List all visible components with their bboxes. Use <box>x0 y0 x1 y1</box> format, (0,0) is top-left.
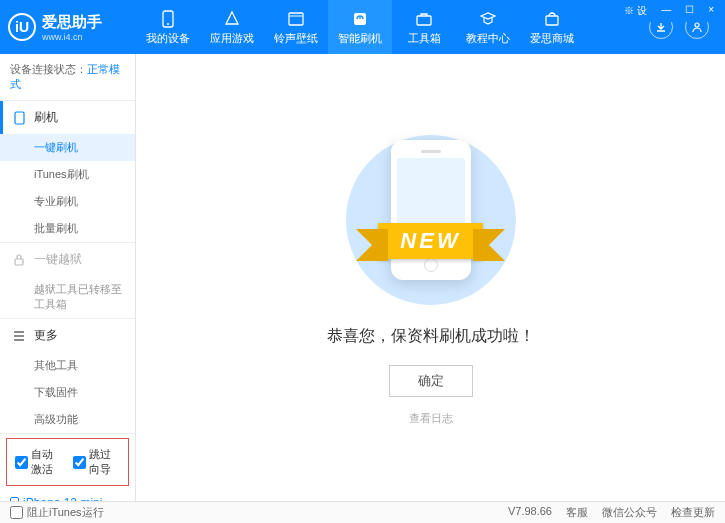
version-label: V7.98.66 <box>508 505 552 520</box>
jailbreak-note: 越狱工具已转移至工具箱 <box>0 276 135 318</box>
close-button[interactable]: × <box>705 4 717 18</box>
brand-name: 爱思助手 <box>42 13 102 30</box>
view-log-link[interactable]: 查看日志 <box>409 411 453 426</box>
menu-icon <box>12 331 26 341</box>
nav-toolbox[interactable]: 工具箱 <box>392 0 456 54</box>
connection-status: 设备连接状态：正常模式 <box>0 54 135 101</box>
section-more-head[interactable]: 更多 <box>0 319 135 352</box>
phone-icon <box>158 9 178 29</box>
sidebar: 设备连接状态：正常模式 刷机 一键刷机 iTunes刷机 专业刷机 批量刷机 一… <box>0 54 136 501</box>
logo-icon: iU <box>8 13 36 41</box>
svg-rect-2 <box>289 13 303 25</box>
section-more: 更多 其他工具 下载固件 高级功能 <box>0 319 135 434</box>
check-auto-activate[interactable]: 自动激活 <box>15 447 63 477</box>
svg-rect-8 <box>15 259 23 265</box>
nav-my-device[interactable]: 我的设备 <box>136 0 200 54</box>
check-skip-guide[interactable]: 跳过向导 <box>73 447 121 477</box>
toolbox-icon <box>414 9 434 29</box>
svg-rect-7 <box>15 112 24 124</box>
success-message: 恭喜您，保资料刷机成功啦！ <box>327 326 535 347</box>
apps-icon <box>222 9 242 29</box>
nav-flash[interactable]: 智能刷机 <box>328 0 392 54</box>
brand-url: www.i4.cn <box>42 32 102 42</box>
svg-rect-5 <box>546 16 558 25</box>
sidebar-item-batch[interactable]: 批量刷机 <box>0 215 135 242</box>
support-link[interactable]: 客服 <box>566 505 588 520</box>
sidebar-item-oneclick[interactable]: 一键刷机 <box>0 134 135 161</box>
lock-icon <box>12 254 26 266</box>
section-flash: 刷机 一键刷机 iTunes刷机 专业刷机 批量刷机 <box>0 101 135 243</box>
sidebar-item-download-fw[interactable]: 下载固件 <box>0 379 135 406</box>
footer: 阻止iTunes运行 V7.98.66 客服 微信公众号 检查更新 <box>0 501 725 523</box>
nav-tutorials[interactable]: 教程中心 <box>456 0 520 54</box>
main-nav: 我的设备 应用游戏 铃声壁纸 智能刷机 工具箱 教程中心 爱思商城 <box>136 0 649 54</box>
section-jailbreak-head: 一键越狱 <box>0 243 135 276</box>
wallpaper-icon <box>286 9 306 29</box>
sidebar-item-pro[interactable]: 专业刷机 <box>0 188 135 215</box>
nav-ringtones[interactable]: 铃声壁纸 <box>264 0 328 54</box>
flash-icon <box>350 9 370 29</box>
store-icon <box>542 9 562 29</box>
svg-point-6 <box>695 23 699 27</box>
settings-button[interactable]: ※ 设 <box>621 4 650 18</box>
minimize-button[interactable]: — <box>658 4 674 18</box>
confirm-button[interactable]: 确定 <box>389 365 473 397</box>
maximize-button[interactable]: ☐ <box>682 4 697 18</box>
section-flash-head[interactable]: 刷机 <box>0 101 135 134</box>
new-ribbon: NEW <box>378 223 482 259</box>
sidebar-item-other-tools[interactable]: 其他工具 <box>0 352 135 379</box>
check-update-link[interactable]: 检查更新 <box>671 505 715 520</box>
wechat-link[interactable]: 微信公众号 <box>602 505 657 520</box>
window-titlebar: ※ 设 — ☐ × <box>613 0 725 22</box>
nav-apps[interactable]: 应用游戏 <box>200 0 264 54</box>
main-area: NEW 恭喜您，保资料刷机成功啦！ 确定 查看日志 <box>136 54 725 501</box>
success-illustration: NEW <box>321 130 541 310</box>
tutorial-icon <box>478 9 498 29</box>
svg-point-1 <box>167 23 169 25</box>
phone-small-icon <box>12 111 26 125</box>
sidebar-item-itunes[interactable]: iTunes刷机 <box>0 161 135 188</box>
options-box: 自动激活 跳过向导 <box>6 438 129 486</box>
logo-area: iU 爱思助手 www.i4.cn <box>8 13 136 42</box>
block-itunes-check[interactable]: 阻止iTunes运行 <box>10 505 104 520</box>
sidebar-item-advanced[interactable]: 高级功能 <box>0 406 135 433</box>
footer-right: V7.98.66 客服 微信公众号 检查更新 <box>508 505 715 520</box>
nav-store[interactable]: 爱思商城 <box>520 0 584 54</box>
body: 设备连接状态：正常模式 刷机 一键刷机 iTunes刷机 专业刷机 批量刷机 一… <box>0 54 725 501</box>
section-jailbreak: 一键越狱 越狱工具已转移至工具箱 <box>0 243 135 319</box>
svg-rect-4 <box>417 16 431 25</box>
